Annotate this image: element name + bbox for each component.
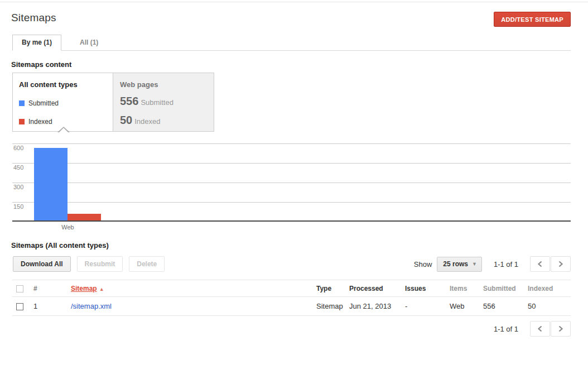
submitted-count: 556	[120, 95, 138, 107]
cell-type: Sitemap	[316, 302, 349, 310]
bottom-pagination: 1-1 of 1	[0, 321, 571, 337]
indexed-swatch	[19, 119, 25, 124]
legend-label: Submitted	[28, 99, 59, 107]
delete-button[interactable]: Delete	[129, 256, 165, 272]
submitted-swatch	[19, 100, 25, 106]
cell-processed: Jun 21, 2013	[349, 302, 405, 310]
cell-issues: -	[405, 302, 450, 310]
chevron-left-icon	[537, 261, 543, 267]
bar-group	[34, 148, 101, 220]
chevron-down-icon: ▼	[472, 261, 477, 267]
table-row: 1 /sitemap.xml Sitemap Jun 21, 2013 - We…	[12, 297, 571, 316]
selected-card-caret	[57, 126, 70, 132]
chevron-left-icon	[537, 325, 543, 332]
page-header: Sitemaps ADD/TEST SITEMAP	[0, 0, 588, 27]
pagination-range: 1-1 of 1	[494, 260, 518, 268]
column-header-submitted: Submitted	[483, 285, 528, 292]
cell-index: 1	[33, 302, 71, 310]
bar-submitted	[34, 148, 68, 220]
x-axis-label: Web	[34, 224, 102, 231]
column-header-indexed: Indexed	[528, 285, 571, 292]
sitemaps-bar-chart: 150300450600 Web	[12, 142, 571, 232]
y-tick-label: 450	[13, 164, 23, 171]
chevron-right-icon	[558, 325, 563, 332]
indexed-count: 50	[120, 114, 132, 126]
add-test-sitemap-button[interactable]: ADD/TEST SITEMAP	[494, 12, 571, 27]
indexed-label: Indexed	[134, 117, 160, 126]
resubmit-button[interactable]: Resubmit	[77, 256, 123, 272]
column-header-processed: Processed	[349, 285, 405, 292]
tab-all[interactable]: All (1)	[71, 35, 107, 50]
column-header-items: Items	[450, 285, 483, 292]
table-toolbar: Download All Resubmit Delete Show 25 row…	[13, 256, 571, 272]
gridline	[12, 143, 571, 144]
column-header-index: #	[33, 285, 71, 292]
pager	[529, 321, 571, 337]
row-checkbox[interactable]	[16, 303, 23, 310]
bar-indexed	[68, 214, 101, 220]
y-tick-label: 150	[13, 203, 23, 210]
pagination-range: 1-1 of 1	[494, 325, 518, 333]
stat-row-submitted: 556Submitted	[120, 95, 214, 108]
column-header-issues: Issues	[405, 285, 450, 292]
rows-per-page-dropdown[interactable]: 25 rows ▼	[437, 257, 482, 272]
sitemaps-page: Sitemaps ADD/TEST SITEMAP By me (1) All …	[0, 0, 588, 379]
content-type-selector: All content types Submitted Indexed Web …	[12, 73, 214, 132]
web-pages-card[interactable]: Web pages 556Submitted 50Indexed	[113, 73, 214, 131]
tab-bar: By me (1) All (1)	[12, 35, 571, 51]
show-label: Show	[414, 260, 432, 268]
page-title: Sitemaps	[11, 12, 56, 24]
sitemaps-table: # Sitemap▲ Type Processed Issues Items S…	[12, 280, 571, 316]
next-page-button[interactable]	[551, 256, 571, 272]
chart-plot: 150300450600	[12, 142, 571, 222]
stat-row-indexed: 50Indexed	[120, 114, 214, 127]
chevron-right-icon	[558, 261, 563, 267]
sitemap-link[interactable]: /sitemap.xml	[71, 302, 112, 310]
y-tick-label: 300	[13, 184, 23, 190]
select-all-checkbox[interactable]	[16, 285, 23, 292]
stats-title: Web pages	[120, 80, 214, 89]
cell-submitted: 556	[483, 302, 528, 310]
cell-items: Web	[450, 302, 483, 310]
tab-by-me[interactable]: By me (1)	[12, 35, 61, 51]
previous-page-button[interactable]	[530, 256, 550, 272]
selector-title: All content types	[19, 80, 113, 89]
submitted-label: Submitted	[141, 98, 173, 107]
download-all-button[interactable]: Download All	[13, 256, 71, 272]
table-header-row: # Sitemap▲ Type Processed Issues Items S…	[12, 280, 571, 297]
y-tick-label: 600	[13, 145, 23, 151]
next-page-button[interactable]	[551, 321, 571, 337]
legend-label: Indexed	[28, 118, 52, 126]
sitemaps-content-heading: Sitemaps content	[11, 60, 588, 69]
cell-indexed: 50	[528, 302, 571, 310]
previous-page-button[interactable]	[530, 321, 550, 337]
column-header-type: Type	[316, 285, 349, 292]
sort-ascending-icon: ▲	[99, 286, 104, 292]
sitemaps-table-heading: Sitemaps (All content types)	[11, 241, 588, 250]
pager	[529, 256, 571, 272]
legend-item-indexed: Indexed	[19, 118, 113, 126]
top-divider	[0, 2, 588, 2]
all-content-types-card[interactable]: All content types Submitted Indexed	[13, 73, 113, 131]
column-header-sitemap[interactable]: Sitemap▲	[71, 285, 316, 292]
legend-item-submitted: Submitted	[19, 99, 113, 107]
